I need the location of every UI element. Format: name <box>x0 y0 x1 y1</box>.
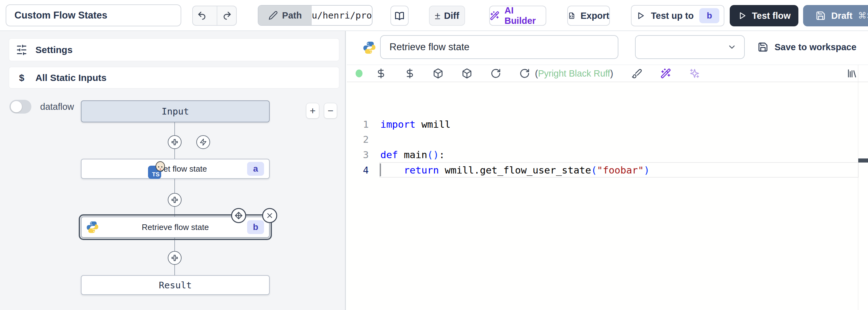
all-static-inputs-bar[interactable]: $ All Static Inputs <box>9 67 339 88</box>
redo-button[interactable] <box>217 6 236 25</box>
docs-button[interactable] <box>391 6 409 26</box>
play-icon <box>738 11 747 20</box>
save-icon <box>816 11 826 21</box>
refresh-icon <box>491 68 501 79</box>
insert-step-button[interactable] <box>168 193 182 207</box>
pencil-icon <box>269 11 278 20</box>
package-icon <box>433 68 443 79</box>
save-to-workspace-button[interactable]: Save to workspace <box>757 35 857 59</box>
dataflow-toggle-row: dataflow <box>9 100 74 114</box>
code-editor[interactable]: 1 2 3 4 import wmill def main(): return … <box>347 82 868 310</box>
step-b-badge: b <box>247 220 264 234</box>
step-editor-header: Retrieve flow state Save to workspace <box>347 31 868 65</box>
sparkles-icon <box>689 68 700 79</box>
format-button[interactable] <box>631 68 642 79</box>
move-step-button[interactable] <box>231 208 246 223</box>
language-dropdown[interactable] <box>635 35 745 59</box>
status-dot <box>355 69 363 78</box>
wand-sparkles-icon <box>660 68 671 79</box>
step-editor-panel: Retrieve flow state Save to workspace <box>347 31 868 310</box>
ai-wand-button[interactable] <box>660 68 671 79</box>
draft-label: Draft <box>831 11 852 21</box>
test-up-to-label: Test up to <box>651 11 694 21</box>
paintbrush-icon <box>631 68 642 79</box>
variable-dollar-button[interactable] <box>376 68 386 79</box>
reload-button[interactable] <box>491 68 501 79</box>
connector-line <box>174 179 175 193</box>
package-button[interactable] <box>433 68 443 79</box>
insert-step-button[interactable] <box>168 251 182 265</box>
plus-icon <box>170 254 179 262</box>
connector-line <box>174 265 175 275</box>
file-code-icon <box>568 11 576 21</box>
flow-input-node[interactable]: Input <box>81 101 270 122</box>
reload-button[interactable] <box>519 68 530 79</box>
diff-button[interactable]: ± Diff <box>429 6 465 26</box>
ai-builder-button[interactable]: AI Builder <box>489 6 546 26</box>
result-node-label: Result <box>159 280 192 290</box>
zoom-in-button[interactable]: + <box>306 103 319 119</box>
input-node-label: Input <box>161 106 189 117</box>
zap-icon <box>199 138 207 146</box>
line-number: 2 <box>347 132 369 147</box>
refresh-icon <box>519 68 530 79</box>
path-value[interactable]: u/henri/pro <box>312 6 372 25</box>
library-icon <box>847 68 857 79</box>
test-up-to-button[interactable]: Test up to b <box>631 5 724 26</box>
dollar-icon: $ <box>16 73 27 83</box>
ai-sparkles-button[interactable] <box>689 68 700 79</box>
top-toolbar: Custom Flow States Path u/henri/pro ± Di… <box>0 0 868 31</box>
undo-button[interactable] <box>193 6 212 25</box>
resource-dollar-button[interactable] <box>405 68 415 79</box>
flow-result-node[interactable]: Result <box>81 275 270 295</box>
draft-save-button[interactable]: Draft ⌘S <box>803 5 868 26</box>
undo-redo-group <box>192 6 237 26</box>
line-number: 1 <box>347 117 369 132</box>
toggle-knob <box>11 101 22 112</box>
connector-line <box>174 122 175 135</box>
path-button-group[interactable]: Path u/henri/pro <box>258 5 373 26</box>
all-static-inputs-label: All Static Inputs <box>35 73 106 83</box>
draft-shortcut: ⌘S <box>858 11 868 21</box>
add-trigger-button[interactable] <box>196 135 210 149</box>
delete-step-button[interactable] <box>262 208 277 223</box>
plus-icon: + <box>310 105 316 117</box>
package-button[interactable] <box>462 68 472 79</box>
line-number-active: 4 <box>347 163 369 177</box>
editor-toolbar: (Pyright Black Ruff) <box>347 65 868 82</box>
diff-label: Diff <box>444 11 459 21</box>
step-b-label: Retrieve flow state <box>142 222 209 232</box>
connector-line <box>174 238 175 251</box>
library-button[interactable] <box>847 68 857 79</box>
save-icon <box>757 42 768 52</box>
save-to-workspace-label: Save to workspace <box>775 42 857 52</box>
dataflow-toggle[interactable] <box>9 100 31 114</box>
sliders-icon <box>16 44 27 56</box>
flow-step-node-a[interactable]: TS Set flow state a <box>81 159 270 179</box>
flow-panel: Settings $ All Static Inputs dataflow + … <box>0 31 346 310</box>
flow-title-input[interactable]: Custom Flow States <box>6 4 181 26</box>
wand-sparkles-icon <box>490 11 500 21</box>
close-icon <box>266 212 274 220</box>
test-up-to-step-badge: b <box>699 8 719 23</box>
step-name-input[interactable]: Retrieve flow state <box>380 35 618 59</box>
minus-icon: − <box>328 105 334 117</box>
zoom-out-button[interactable]: − <box>324 103 337 119</box>
insert-step-button[interactable] <box>168 135 182 149</box>
test-flow-label: Test flow <box>752 11 791 21</box>
code-line-1: import wmill <box>380 117 451 132</box>
connector-line <box>174 149 175 159</box>
test-flow-button[interactable]: Test flow <box>730 5 798 26</box>
play-icon <box>636 11 645 20</box>
ai-builder-label: AI Builder <box>504 5 546 26</box>
redo-icon <box>221 10 232 21</box>
settings-bar[interactable]: Settings <box>9 38 339 61</box>
flow-title-text: Custom Flow States <box>14 10 107 21</box>
assistants-names: Pyright Black Ruff <box>538 68 610 79</box>
code-assistants-status: (Pyright Black Ruff) <box>535 68 613 79</box>
path-button[interactable]: Path <box>258 6 312 25</box>
python-icon <box>86 221 99 234</box>
step-name-text: Retrieve flow state <box>390 41 469 53</box>
connector-line <box>174 207 175 217</box>
export-button[interactable]: Export <box>567 6 610 26</box>
